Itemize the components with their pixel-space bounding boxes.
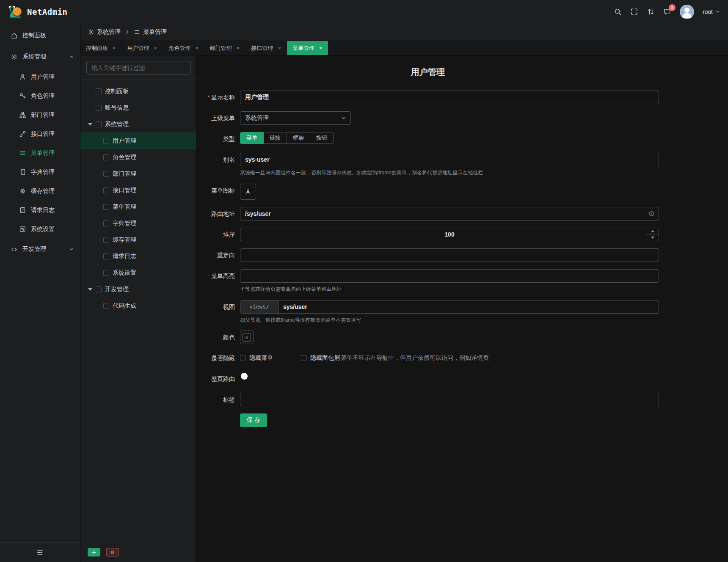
tree-node[interactable]: 开发管理 bbox=[80, 281, 196, 298]
sidebar-item-users[interactable]: 用户管理 bbox=[0, 67, 80, 86]
delete-node-button[interactable] bbox=[106, 548, 119, 556]
close-icon[interactable]: × bbox=[278, 45, 281, 51]
sidebar-item-roles[interactable]: 角色管理 bbox=[0, 86, 80, 105]
parent-menu-select[interactable]: 系统管理 bbox=[240, 111, 351, 125]
close-icon[interactable]: × bbox=[154, 45, 157, 51]
sort-arrows-icon[interactable] bbox=[647, 8, 655, 16]
sidebar-item-menus[interactable]: 菜单管理 bbox=[0, 143, 80, 163]
tree-node[interactable]: 字典管理 bbox=[80, 215, 196, 231]
field-color: 颜色 × bbox=[197, 331, 659, 344]
close-icon[interactable]: × bbox=[195, 45, 199, 51]
display-name-input[interactable] bbox=[240, 91, 659, 104]
checkbox[interactable] bbox=[96, 121, 102, 127]
highlight-input[interactable] bbox=[240, 270, 659, 282]
checkbox[interactable] bbox=[103, 187, 109, 193]
checkbox[interactable] bbox=[103, 253, 109, 259]
fullscreen-icon[interactable] bbox=[630, 8, 638, 16]
checkbox[interactable] bbox=[240, 355, 246, 361]
link-nodes-icon bbox=[19, 130, 26, 138]
menu-icon-picker-button[interactable] bbox=[240, 184, 256, 200]
avatar[interactable] bbox=[680, 5, 694, 19]
checkbox[interactable] bbox=[96, 105, 102, 111]
highlight-help-text: 子节点或详情页需要高亮的上级菜单路由地址 bbox=[240, 286, 659, 293]
clear-icon[interactable] bbox=[648, 210, 655, 217]
brand[interactable]: NetAdmin bbox=[8, 4, 68, 19]
redirect-input[interactable] bbox=[240, 249, 659, 262]
checkbox[interactable] bbox=[103, 204, 109, 210]
tree-node[interactable]: 角色管理 bbox=[80, 149, 196, 165]
checkbox[interactable] bbox=[103, 270, 109, 276]
tree-node[interactable]: 代码生成 bbox=[80, 298, 196, 314]
type-option-button[interactable]: 按钮 bbox=[310, 132, 334, 144]
collapse-sidebar-icon[interactable] bbox=[36, 549, 44, 556]
sidebar-item-system[interactable]: 系统管理 bbox=[0, 46, 80, 67]
tree-node[interactable]: 请求日志 bbox=[80, 248, 196, 264]
sidebar-item-settings[interactable]: 系统设置 bbox=[0, 220, 80, 239]
tree-node-selected[interactable]: 用户管理 bbox=[80, 132, 196, 149]
sort-input[interactable] bbox=[240, 228, 659, 241]
menu-list-icon bbox=[19, 149, 26, 157]
tab-users[interactable]: 用户管理 × bbox=[122, 41, 163, 55]
user-menu[interactable]: root bbox=[703, 8, 720, 15]
sidebar-footer bbox=[0, 542, 80, 562]
type-option-menu[interactable]: 菜单 bbox=[240, 132, 264, 144]
tab-apis[interactable]: 接口管理 × bbox=[245, 41, 287, 55]
checkbox[interactable] bbox=[96, 88, 102, 94]
close-icon[interactable]: × bbox=[113, 45, 116, 51]
sidebar-item-cache[interactable]: 缓存管理 bbox=[0, 182, 80, 201]
checkbox[interactable] bbox=[103, 171, 109, 177]
save-button[interactable]: 保 存 bbox=[240, 413, 267, 427]
checkbox[interactable] bbox=[103, 220, 109, 226]
type-option-link[interactable]: 链接 bbox=[264, 132, 287, 144]
checkbox[interactable] bbox=[103, 303, 109, 309]
tree-filter-input[interactable] bbox=[86, 61, 190, 74]
tab-dashboard[interactable]: 控制面板 × bbox=[80, 41, 122, 55]
close-icon[interactable]: × bbox=[319, 45, 323, 51]
caret-down-icon[interactable] bbox=[88, 288, 92, 291]
checkbox[interactable] bbox=[103, 138, 109, 144]
route-input[interactable] bbox=[240, 207, 659, 220]
tab-roles[interactable]: 角色管理 × bbox=[163, 41, 204, 55]
field-tag: 标签 bbox=[197, 393, 659, 406]
breadcrumb: 系统管理 菜单管理 bbox=[80, 23, 728, 41]
sort-stepper bbox=[240, 228, 659, 241]
tree-node[interactable]: 控制面板 bbox=[80, 83, 196, 99]
tree-node[interactable]: 缓存管理 bbox=[80, 231, 196, 248]
checkbox[interactable] bbox=[96, 287, 102, 292]
breadcrumb-item-system[interactable]: 系统管理 bbox=[88, 28, 121, 36]
alias-help-text: 系统唯一且与内置组件名一致，否则导致缓存失效。如类型为Iframe的菜单，别名将… bbox=[240, 169, 659, 176]
search-icon[interactable] bbox=[614, 8, 622, 16]
brand-name: NetAdmin bbox=[27, 7, 68, 17]
tree-node[interactable]: 账号信息 bbox=[80, 99, 196, 116]
tree-node[interactable]: 接口管理 bbox=[80, 182, 196, 198]
sidebar-item-departments[interactable]: 部门管理 bbox=[0, 105, 80, 124]
add-node-button[interactable] bbox=[88, 548, 100, 556]
tab-departments[interactable]: 部门管理 × bbox=[204, 41, 246, 55]
tree-node[interactable]: 菜单管理 bbox=[80, 198, 196, 215]
sidebar-item-dictionaries[interactable]: 字典管理 bbox=[0, 163, 80, 182]
sidebar-item-development[interactable]: 开发管理 bbox=[0, 239, 80, 260]
sidebar-item-dashboard[interactable]: 控制面板 bbox=[0, 25, 80, 46]
type-option-iframe[interactable]: 框架 bbox=[287, 132, 310, 144]
hide-breadcrumb-checkbox-group[interactable]: 隐藏面包屑 bbox=[301, 354, 340, 362]
checkbox[interactable] bbox=[301, 355, 307, 361]
color-picker-button[interactable]: × bbox=[240, 331, 254, 344]
tag-input[interactable] bbox=[240, 393, 659, 406]
messages-icon[interactable]: 3 bbox=[663, 8, 671, 16]
hide-menu-checkbox-group[interactable]: 隐藏菜单 bbox=[240, 354, 273, 362]
alias-input[interactable] bbox=[240, 153, 659, 166]
tree-node[interactable]: 系统管理 bbox=[80, 116, 196, 132]
sidebar-item-request-logs[interactable]: 请求日志 bbox=[0, 201, 80, 220]
close-icon[interactable]: × bbox=[237, 45, 240, 51]
tree-node[interactable]: 系统设置 bbox=[80, 264, 196, 281]
sidebar-item-apis[interactable]: 接口管理 bbox=[0, 124, 80, 143]
decrement-button[interactable] bbox=[646, 234, 659, 241]
checkbox[interactable] bbox=[103, 237, 109, 243]
view-prefix: views/ bbox=[240, 300, 279, 313]
checkbox[interactable] bbox=[103, 154, 109, 160]
tab-menus[interactable]: 菜单管理 × bbox=[287, 41, 328, 55]
tree-node[interactable]: 部门管理 bbox=[80, 165, 196, 182]
view-input[interactable] bbox=[279, 300, 659, 313]
increment-button[interactable] bbox=[646, 228, 659, 235]
caret-down-icon[interactable] bbox=[88, 123, 92, 126]
